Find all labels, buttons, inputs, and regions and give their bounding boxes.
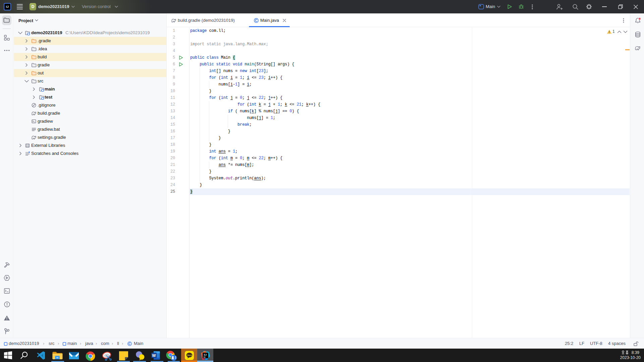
svg-text:TALK: TALK	[187, 354, 192, 356]
svg-text:IJ: IJ	[204, 354, 207, 356]
svg-text:W: W	[152, 353, 156, 358]
